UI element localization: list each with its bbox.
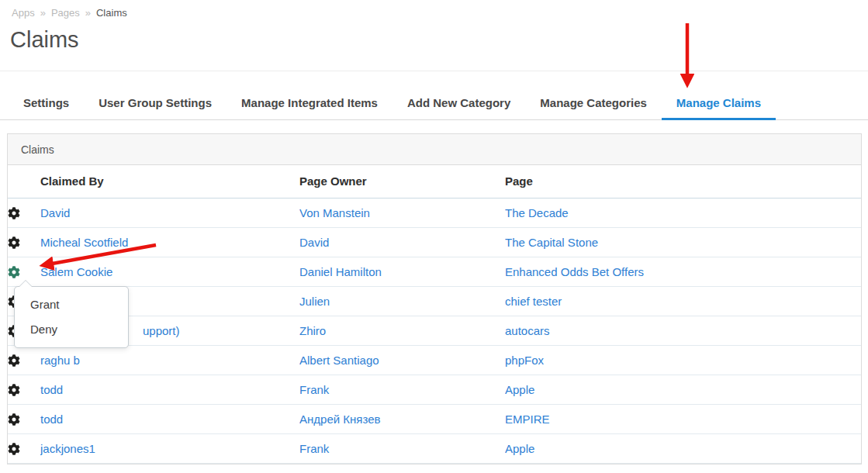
page-owner-link[interactable]: Frank — [299, 383, 329, 396]
table-row: todd Андрей Князев EMPIRE — [8, 404, 861, 433]
gear-icon[interactable] — [8, 413, 20, 426]
table-row: todd Frank Apple — [8, 375, 861, 404]
context-menu-item-grant[interactable]: Grant — [15, 292, 128, 317]
claims-panel: Claims Claimed ByPage OwnerPage David Vo… — [7, 133, 862, 464]
page-owner-link[interactable]: Андрей Князев — [299, 413, 380, 426]
claimed-by-link[interactable]: Salem Cookie — [40, 265, 112, 278]
tab-user-group-settings[interactable]: User Group Settings — [84, 96, 227, 119]
page-owner-link[interactable]: Daniel Hamilton — [299, 265, 382, 278]
context-menu-item-deny[interactable]: Deny — [15, 317, 128, 342]
table-row: raghu b Albert Santiago phpFox — [8, 345, 861, 375]
breadcrumb-link[interactable]: Apps — [12, 7, 35, 19]
claimed-by-link[interactable]: todd — [40, 383, 63, 396]
page-owner-link[interactable]: Albert Santiago — [299, 354, 379, 367]
tab-manage-claims[interactable]: Manage Claims — [662, 96, 776, 119]
breadcrumb-separator: » — [40, 7, 46, 19]
tab-manage-integrated-items[interactable]: Manage Integrated Items — [227, 96, 393, 119]
column-header: Page — [505, 165, 861, 198]
table-row: Micheal Scotfield David The Capital Ston… — [8, 227, 861, 257]
column-header: Page Owner — [299, 165, 505, 198]
tab-settings[interactable]: Settings — [9, 96, 84, 119]
page-link[interactable]: Apple — [505, 442, 534, 455]
claimed-by-link[interactable]: raghu b — [40, 354, 80, 367]
page-owner-link[interactable]: Frank — [299, 442, 329, 455]
gear-icon[interactable] — [8, 236, 20, 249]
page-link[interactable]: Enhanced Odds Bet Offers — [505, 265, 644, 278]
claims-table-body: David Von Manstein The Decade Micheal Sc… — [8, 198, 861, 463]
page-owner-link[interactable]: Julien — [299, 295, 330, 308]
table-row: David Von Manstein The Decade — [8, 198, 861, 227]
claims-table: Claimed ByPage OwnerPage David Von Manst… — [8, 165, 861, 464]
page-link[interactable]: autocars — [505, 324, 550, 337]
gear-icon[interactable] — [8, 384, 20, 396]
table-row: jackjones1 Frank Apple — [8, 433, 861, 463]
claimed-by-link[interactable]: todd — [40, 413, 63, 426]
tab-manage-categories[interactable]: Manage Categories — [525, 96, 662, 119]
breadcrumb-current: Claims — [96, 7, 127, 19]
page-link[interactable]: EMPIRE — [505, 413, 550, 426]
gear-icon[interactable] — [8, 266, 20, 278]
claimed-by-link[interactable]: David — [40, 206, 70, 219]
breadcrumb-link[interactable]: Pages — [51, 7, 80, 19]
page-title: Claims — [10, 27, 868, 53]
column-header: Claimed By — [40, 165, 299, 198]
breadcrumb-separator: » — [85, 7, 91, 19]
gear-icon[interactable] — [8, 207, 20, 219]
tab-bar: SettingsUser Group SettingsManage Integr… — [0, 71, 868, 120]
page-link[interactable]: Apple — [505, 383, 534, 396]
gear-icon[interactable] — [8, 443, 20, 455]
claimed-by-link[interactable]: Micheal Scotfield — [40, 236, 128, 249]
tab-add-new-category[interactable]: Add New Category — [393, 96, 525, 119]
panel-title: Claims — [8, 134, 861, 165]
page-link[interactable]: chief tester — [505, 295, 562, 308]
gear-context-menu: GrantDeny — [14, 286, 129, 348]
claimed-by-link[interactable]: jackjones1 — [40, 442, 95, 455]
gear-column-header — [8, 165, 40, 198]
page-owner-link[interactable]: David — [299, 236, 329, 249]
page-owner-link[interactable]: Zhiro — [299, 324, 326, 337]
claimed-by-link[interactable]: upport) — [143, 324, 180, 337]
table-row: Julien chief tester — [8, 286, 861, 316]
table-header-row: Claimed ByPage OwnerPage — [8, 165, 861, 198]
breadcrumb: Apps»Pages»Claims — [0, 0, 868, 19]
page-link[interactable]: phpFox — [505, 354, 544, 367]
page-link[interactable]: The Capital Stone — [505, 236, 598, 249]
table-row: upport) Zhiro autocars — [8, 316, 861, 345]
table-row: Salem Cookie Daniel Hamilton Enhanced Od… — [8, 257, 861, 286]
page-link[interactable]: The Decade — [505, 206, 569, 219]
page-owner-link[interactable]: Von Manstein — [299, 206, 370, 219]
gear-icon[interactable] — [8, 354, 20, 367]
